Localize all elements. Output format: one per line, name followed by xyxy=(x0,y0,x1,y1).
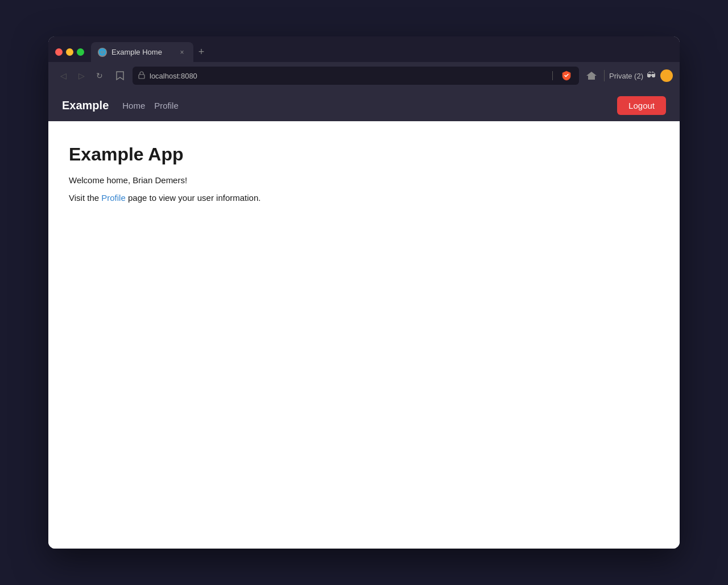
vpn-icon[interactable] xyxy=(584,68,599,84)
bookmark-button[interactable] xyxy=(112,68,128,84)
minimize-traffic-light[interactable] xyxy=(66,48,73,56)
tab-bar: 🌐 Example Home × + xyxy=(48,36,680,62)
app-brand: Example xyxy=(62,99,109,112)
tab-close-button[interactable]: × xyxy=(177,48,187,57)
private-label: Private (2) xyxy=(609,72,643,80)
maximize-traffic-light[interactable] xyxy=(77,48,84,56)
right-controls: Private (2) 🕶 xyxy=(584,68,673,84)
new-tab-button[interactable]: + xyxy=(193,44,209,60)
app-nav-links: Home Profile xyxy=(122,101,617,110)
address-bar-row: ◁ ▷ ↻ localhost:8080 xyxy=(48,62,680,89)
active-tab[interactable]: 🌐 Example Home × xyxy=(91,42,193,62)
welcome-text: Welcome home, Brian Demers! xyxy=(69,175,659,185)
user-avatar[interactable] xyxy=(660,69,673,82)
visit-text: Visit the Profile page to view your user… xyxy=(69,193,659,203)
brave-shield-icon[interactable] xyxy=(560,69,573,83)
page-heading: Example App xyxy=(69,144,659,165)
address-divider xyxy=(552,71,553,80)
tab-title: Example Home xyxy=(111,48,173,56)
visit-suffix: page to view your user information. xyxy=(126,193,261,203)
lock-icon xyxy=(138,71,145,81)
close-traffic-light[interactable] xyxy=(55,48,63,56)
app-navbar: Example Home Profile Logout xyxy=(48,89,680,121)
nav-buttons: ◁ ▷ ↻ xyxy=(55,68,107,84)
svg-rect-0 xyxy=(139,75,144,79)
glasses-icon: 🕶 xyxy=(647,71,656,81)
private-indicator: Private (2) 🕶 xyxy=(609,71,656,81)
back-button[interactable]: ◁ xyxy=(55,68,71,84)
traffic-lights xyxy=(55,48,84,56)
nav-link-home[interactable]: Home xyxy=(122,101,145,110)
page-content: Example App Welcome home, Brian Demers! … xyxy=(48,121,680,549)
title-bar: 🌐 Example Home × + ◁ ▷ ↻ xyxy=(48,36,680,89)
tab-favicon: 🌐 xyxy=(98,48,107,57)
controls-divider xyxy=(604,70,605,81)
visit-prefix: Visit the xyxy=(69,193,101,203)
browser-window: 🌐 Example Home × + ◁ ▷ ↻ xyxy=(48,36,680,549)
profile-link[interactable]: Profile xyxy=(101,193,126,203)
address-bar[interactable]: localhost:8080 xyxy=(133,67,579,85)
url-text: localhost:8080 xyxy=(150,72,545,80)
nav-link-profile[interactable]: Profile xyxy=(154,101,179,110)
reload-button[interactable]: ↻ xyxy=(92,68,107,84)
logout-button[interactable]: Logout xyxy=(617,96,666,115)
forward-button[interactable]: ▷ xyxy=(73,68,89,84)
